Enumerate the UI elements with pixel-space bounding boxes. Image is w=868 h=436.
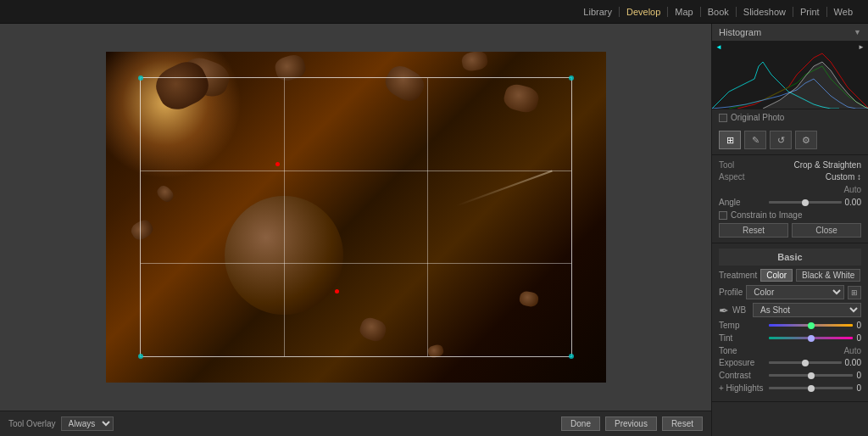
tone-header: Tone Auto: [719, 346, 861, 355]
angle-value: 0.00: [845, 198, 861, 207]
contrast-value: 0: [856, 371, 861, 380]
hist-corner-tl: ◄: [715, 43, 722, 51]
eyedropper-icon[interactable]: ✒: [719, 304, 729, 317]
red-eye-tool-icon[interactable]: ↺: [770, 131, 792, 149]
tint-row: Tint 0: [719, 333, 861, 343]
contrast-row: Contrast 0: [719, 371, 861, 380]
crop-grid[interactable]: [140, 77, 572, 357]
right-panel: Histogram ▼ ◄ ►: [711, 24, 868, 436]
constrain-row: Constrain to Image: [719, 210, 861, 220]
aspect-value[interactable]: Custom ↕: [757, 172, 861, 182]
nav-develop[interactable]: Develop: [620, 7, 668, 17]
tool-label: Tool: [719, 160, 757, 170]
exposure-row: Exposure 0.00: [719, 358, 861, 367]
bottom-toolbar: Tool Overlay Always Done Previous Reset: [0, 411, 711, 436]
tool-name-row: Tool Crop & Straighten: [719, 160, 861, 170]
tool-overlay-select[interactable]: Always: [61, 416, 114, 431]
wb-label: WB: [732, 305, 749, 315]
bw-btn[interactable]: Black & White: [796, 269, 860, 282]
basic-section: Basic Treatment Color Black & White Prof…: [712, 243, 868, 402]
crop-straighten-section: Tool Crop & Straighten Aspect Custom ↕ A…: [712, 155, 868, 243]
nav-web[interactable]: Web: [827, 7, 860, 17]
reset-btn[interactable]: Reset: [719, 223, 788, 238]
close-btn[interactable]: Close: [792, 223, 861, 238]
tool-value: Crop & Straighten: [757, 160, 861, 170]
auto-row: Auto: [719, 184, 861, 194]
temp-row: Temp 0: [719, 321, 861, 330]
nav-slideshow[interactable]: Slideshow: [737, 7, 793, 17]
crop-buttons: Reset Close: [719, 223, 861, 238]
angle-label: Angle: [719, 198, 765, 207]
histogram-arrow: ▼: [854, 28, 861, 36]
photo-container[interactable]: [0, 24, 711, 411]
filter-tool-icon[interactable]: ⚙: [795, 131, 817, 149]
aspect-row: Aspect Custom ↕: [719, 172, 861, 182]
basic-title[interactable]: Basic: [719, 249, 861, 266]
corner-tr: [569, 75, 574, 81]
photo-area: Tool Overlay Always Done Previous Reset: [0, 24, 711, 436]
tool-overlay-label: Tool Overlay: [8, 419, 56, 428]
constrain-checkbox[interactable]: [719, 211, 727, 220]
tint-label: Tint: [719, 333, 765, 343]
histogram-canvas: ◄ ►: [712, 41, 868, 109]
photo-image: [106, 52, 606, 383]
nav-library[interactable]: Library: [576, 7, 620, 17]
exposure-label: Exposure: [719, 358, 765, 367]
heal-tool-icon[interactable]: ✎: [744, 131, 766, 149]
grid-v1: [284, 78, 285, 356]
treatment-row: Treatment Color Black & White: [719, 269, 861, 282]
auto-label[interactable]: Auto: [843, 185, 861, 194]
highlights-label: + Highlights: [719, 383, 765, 393]
nav-map[interactable]: Map: [668, 7, 700, 17]
highlights-value: 0: [856, 383, 861, 393]
contrast-slider[interactable]: [769, 374, 853, 377]
previous-button[interactable]: Previous: [605, 416, 657, 431]
nav-print[interactable]: Print: [793, 7, 827, 17]
exposure-value: 0.00: [845, 358, 861, 367]
treatment-label: Treatment: [719, 271, 757, 280]
tint-slider[interactable]: [769, 337, 853, 339]
highlights-row: + Highlights 0: [719, 383, 861, 393]
profile-select[interactable]: Color: [746, 285, 844, 299]
wb-row: ✒ WB As Shot: [719, 303, 861, 317]
original-photo-checkbox[interactable]: [719, 114, 727, 122]
grid-h2: [141, 263, 571, 264]
angle-slider[interactable]: [769, 201, 842, 204]
grid-v2: [427, 78, 428, 356]
crop-tool-icon[interactable]: ⊞: [719, 131, 741, 149]
contrast-label: Contrast: [719, 371, 765, 380]
histogram-header[interactable]: Histogram ▼: [712, 24, 868, 41]
wb-select[interactable]: As Shot: [753, 303, 861, 317]
asteroid-4: [460, 52, 488, 72]
corner-bl: [138, 354, 143, 359]
histogram-svg: [712, 41, 868, 109]
corner-br: [569, 354, 574, 359]
tool-icons: ⊞ ✎ ↺ ⚙: [712, 126, 868, 155]
histogram-title: Histogram: [719, 27, 761, 37]
original-photo-label: Original Photo: [731, 113, 784, 122]
constrain-label: Constrain to Image: [731, 210, 803, 220]
angle-row: Angle 0.00: [719, 198, 861, 207]
profile-row: Profile Color ⊞: [719, 285, 861, 299]
highlights-slider[interactable]: [769, 387, 853, 389]
top-navigation: Library Develop Map Book Slideshow Print…: [0, 0, 868, 24]
profile-grid-icon[interactable]: ⊞: [848, 286, 861, 299]
aspect-label: Aspect: [719, 172, 757, 182]
tone-auto-label[interactable]: Auto: [843, 346, 861, 355]
temp-slider[interactable]: [769, 324, 853, 327]
grid-h1: [141, 170, 571, 171]
temp-label: Temp: [719, 321, 765, 330]
tone-label: Tone: [719, 346, 737, 355]
exposure-slider[interactable]: [769, 361, 842, 364]
color-btn[interactable]: Color: [760, 269, 793, 282]
main-layout: Tool Overlay Always Done Previous Reset …: [0, 24, 868, 436]
nav-book[interactable]: Book: [701, 7, 737, 17]
histogram-section: Histogram ▼ ◄ ►: [712, 24, 868, 109]
reset-button[interactable]: Reset: [662, 416, 703, 431]
temp-value: 0: [856, 321, 861, 330]
hist-corner-tr: ►: [858, 43, 865, 51]
tint-value: 0: [856, 333, 861, 343]
profile-label: Profile: [719, 288, 743, 297]
corner-tl: [138, 75, 143, 81]
done-button[interactable]: Done: [561, 416, 600, 431]
